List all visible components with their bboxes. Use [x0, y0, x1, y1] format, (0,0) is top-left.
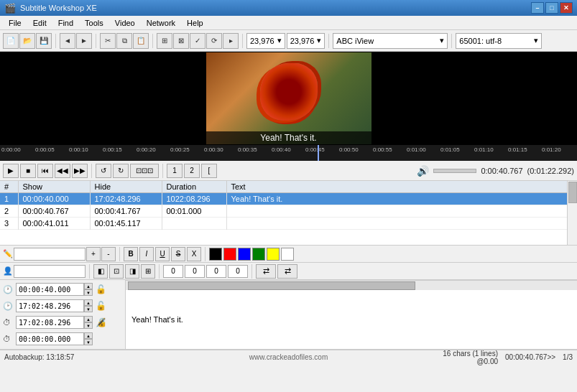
underline-button[interactable]: U — [155, 247, 170, 261]
align-bottom-button[interactable]: ⊞ — [141, 264, 155, 279]
play-button[interactable]: ▶ — [3, 164, 19, 178]
table-row[interactable]: 3 00:00:41.011 00:01:45.117 — [0, 218, 577, 230]
forward-button[interactable]: ▶▶ — [72, 164, 88, 178]
hide-time-down[interactable]: ▼ — [84, 306, 93, 312]
copy-button[interactable]: ⧉ — [116, 33, 132, 49]
show-time-up[interactable]: ▲ — [84, 283, 93, 289]
duration-input[interactable] — [16, 316, 84, 329]
table-row[interactable]: 2 00:00:40.767 00:00:41.767 00:01.000 — [0, 205, 577, 218]
menu-file[interactable]: File — [3, 17, 27, 29]
menu-network[interactable]: Network — [141, 17, 181, 29]
fps2-dropdown[interactable]: 23,976 ▾ — [287, 33, 326, 49]
font-dropdown[interactable] — [14, 248, 86, 261]
open-button[interactable]: 📂 — [19, 33, 35, 49]
link2-button[interactable]: ⇄ — [277, 264, 297, 279]
bold-button[interactable]: B — [124, 247, 138, 261]
offset-spin[interactable]: ▲ ▼ — [84, 332, 93, 345]
color-red[interactable] — [223, 248, 236, 261]
new-button[interactable]: 📄 — [3, 33, 19, 49]
rewind-button[interactable]: ◀◀ — [55, 164, 70, 178]
offset-input[interactable] — [16, 332, 84, 345]
table-scrollbar[interactable] — [567, 181, 577, 245]
snap-button[interactable]: ⊡⊡⊡ — [130, 164, 159, 178]
h-scroll-thumb[interactable] — [128, 281, 415, 290]
table-row[interactable]: 1 00:00:40.000 17:02:48.296 1022:08.296 … — [0, 193, 577, 205]
text-preview-area: Yeah! That's it. — [126, 290, 577, 349]
save-button[interactable]: 💾 — [36, 33, 52, 49]
hide-lock-icon[interactable]: 🔓 — [96, 301, 106, 311]
duration-spin[interactable]: ▲ ▼ — [84, 316, 93, 329]
horizontal-scrollbar[interactable] — [126, 280, 577, 290]
show-time-down[interactable]: ▼ — [84, 289, 93, 296]
cell-num: 1 — [0, 193, 18, 205]
menu-tools[interactable]: Tools — [79, 17, 109, 29]
loop2-button[interactable]: ↻ — [113, 164, 129, 178]
color-white[interactable] — [281, 248, 294, 261]
autobackup-status: Autobackup: 13:18:57 — [4, 353, 147, 361]
timeline[interactable]: 0:00:00 0:00:05 0:00:10 0:00:15 0:00:20 … — [0, 145, 577, 161]
maximize-button[interactable]: □ — [545, 2, 558, 14]
scrollbar-thumb[interactable] — [568, 182, 577, 203]
color-green[interactable] — [252, 248, 265, 261]
encoding-dropdown[interactable]: ABC iView ▾ — [333, 33, 448, 49]
show-time-spin[interactable]: ▲ ▼ — [84, 283, 93, 296]
link1-button[interactable]: ⇄ — [256, 264, 276, 279]
align-left-button[interactable]: ◧ — [93, 264, 108, 279]
volume-icon[interactable]: 🔊 — [417, 165, 429, 177]
offset-down[interactable]: ▼ — [84, 339, 93, 345]
volume-slider[interactable] — [433, 169, 476, 173]
clear-format-button[interactable]: X — [187, 247, 201, 261]
hide-time-input[interactable] — [16, 299, 84, 312]
cell-show: 00:00:41.011 — [18, 218, 90, 230]
minimize-button[interactable]: – — [531, 2, 544, 14]
pencil-icon: ✏️ — [3, 249, 13, 258]
align-right-button[interactable]: ◨ — [125, 264, 139, 279]
undo-button[interactable]: ◄ — [60, 33, 75, 49]
margin-extra-input[interactable] — [228, 265, 248, 278]
insert-button[interactable]: ⊞ — [157, 33, 172, 49]
delete-button[interactable]: ⊠ — [173, 33, 189, 49]
hide-time-up[interactable]: ▲ — [84, 299, 93, 306]
menu-help[interactable]: Help — [181, 17, 209, 29]
mark-out-button[interactable]: 2 — [184, 164, 200, 178]
menu-find[interactable]: Find — [52, 17, 79, 29]
show-time-input[interactable] — [16, 283, 84, 296]
menu-edit[interactable]: Edit — [27, 17, 52, 29]
font-minus-button[interactable]: - — [101, 247, 116, 261]
align-center-button[interactable]: ⊡ — [109, 264, 124, 279]
show-lock-icon[interactable]: 🔓 — [96, 284, 106, 294]
color-yellow[interactable] — [267, 248, 280, 261]
loop-button[interactable]: ↺ — [96, 164, 111, 178]
strikethrough-button[interactable]: S — [171, 247, 185, 261]
fps1-dropdown[interactable]: 23,976 ▾ — [246, 33, 285, 49]
close-button[interactable]: ✕ — [560, 2, 573, 14]
auto-button[interactable]: ⟳ — [206, 33, 222, 49]
menu-video[interactable]: Video — [109, 17, 141, 29]
margin-right-input[interactable] — [185, 265, 205, 278]
spell-button[interactable]: ✓ — [190, 33, 206, 49]
italic-button[interactable]: I — [139, 247, 154, 261]
duration-lock-icon[interactable]: 🔏 — [96, 317, 106, 327]
font-add-button[interactable]: + — [86, 247, 101, 261]
stop-button[interactable]: ■ — [20, 164, 36, 178]
rewind-start-button[interactable]: ⏮ — [37, 164, 53, 178]
charset-dropdown[interactable]: 65001: utf-8 ▾ — [456, 33, 542, 49]
color-black[interactable] — [209, 248, 222, 261]
subtitle-table[interactable]: # Show Hide Duration Text 1 00:00:40.000… — [0, 181, 577, 246]
hide-time-spin[interactable]: ▲ ▼ — [84, 299, 93, 312]
redo-button[interactable]: ► — [76, 33, 92, 49]
bracket-button[interactable]: [ — [201, 164, 217, 178]
duration-down[interactable]: ▼ — [84, 322, 93, 329]
actor-dropdown[interactable] — [14, 265, 86, 278]
paste-button[interactable]: 📋 — [133, 33, 149, 49]
margin-left-input[interactable] — [163, 265, 183, 278]
tool1-button[interactable]: ▸ — [223, 33, 239, 49]
color-blue[interactable] — [238, 248, 251, 261]
cut-button[interactable]: ✂ — [100, 33, 116, 49]
timeline-cursor[interactable] — [318, 145, 319, 161]
mark-in-button[interactable]: 1 — [167, 164, 183, 178]
margin-vert-input[interactable] — [206, 265, 226, 278]
charset-value: 65001: utf-8 — [459, 37, 502, 45]
offset-up[interactable]: ▲ — [84, 332, 93, 339]
duration-up[interactable]: ▲ — [84, 316, 93, 322]
